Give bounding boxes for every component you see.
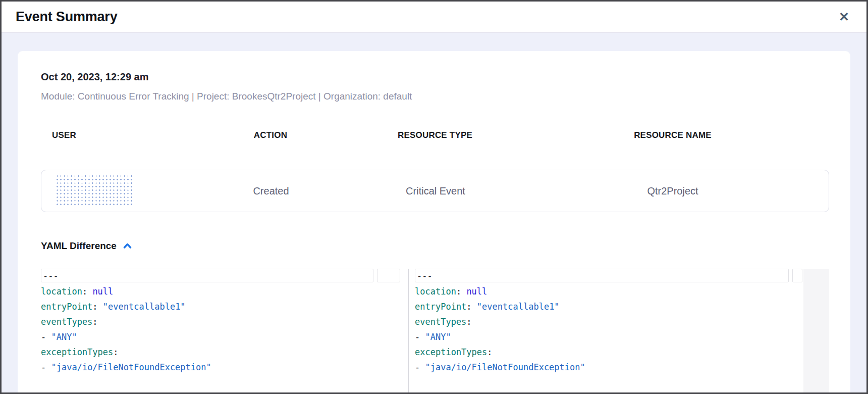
yaml-code-line: - "ANY" xyxy=(415,329,802,344)
yaml-code-line: entryPoint: "eventcallable1" xyxy=(415,299,802,314)
audit-table-header: USER ACTION RESOURCE TYPE RESOURCE NAME xyxy=(41,130,829,140)
yaml-panel-left[interactable]: --- location: nullentryPoint: "eventcall… xyxy=(41,269,400,392)
yaml-code-line: eventTypes: xyxy=(41,314,400,329)
user-cell xyxy=(41,174,188,208)
event-meta-line: Module: Continuous Error Tracking | Proj… xyxy=(41,91,829,102)
resource-type-cell: Critical Event xyxy=(354,185,517,197)
panel-divider xyxy=(408,269,409,392)
yaml-code-line: - "ANY" xyxy=(41,329,400,344)
vertical-scrollbar-track[interactable] xyxy=(803,269,829,392)
redacted-user-avatar xyxy=(56,174,132,206)
yaml-code-line: exceptionTypes: xyxy=(41,344,400,360)
event-summary-modal: Event Summary ✕ Oct 20, 2023, 12:29 am M… xyxy=(0,0,868,394)
chevron-up-icon[interactable] xyxy=(123,242,132,250)
column-header-action: ACTION xyxy=(187,130,354,140)
yaml-left-first-line-row: --- xyxy=(41,269,400,282)
yaml-code-line: entryPoint: "eventcallable1" xyxy=(41,299,400,314)
yaml-right-first-line: --- xyxy=(415,269,789,282)
action-cell: Created xyxy=(188,185,354,197)
event-card: Oct 20, 2023, 12:29 am Module: Continuou… xyxy=(18,51,850,392)
yaml-code-line: location: null xyxy=(41,284,400,299)
yaml-diff-viewer: --- location: nullentryPoint: "eventcall… xyxy=(41,269,829,392)
yaml-right-code: location: nullentryPoint: "eventcallable… xyxy=(415,284,802,392)
yaml-left-code: location: nullentryPoint: "eventcallable… xyxy=(41,284,400,392)
column-header-user: USER xyxy=(41,130,187,140)
column-header-resource-name: RESOURCE NAME xyxy=(516,130,829,140)
yaml-code-line: - "java/io/FileNotFoundException" xyxy=(415,360,802,375)
yaml-code-line: - "java/io/FileNotFoundException" xyxy=(41,360,400,375)
page-title: Event Summary xyxy=(16,9,117,25)
close-icon[interactable]: ✕ xyxy=(837,9,851,25)
modal-header: Event Summary ✕ xyxy=(2,2,866,33)
yaml-code-line: exceptionTypes: xyxy=(415,344,802,360)
yaml-code-line: location: null xyxy=(415,284,802,299)
yaml-panel-right-wrap: --- location: nullentryPoint: "eventcall… xyxy=(415,269,829,392)
yaml-panel-right[interactable]: --- location: nullentryPoint: "eventcall… xyxy=(415,269,802,392)
yaml-left-first-line-end xyxy=(377,269,400,282)
yaml-right-first-line-end xyxy=(792,269,802,282)
resource-name-cell: Qtr2Project xyxy=(517,185,829,197)
yaml-right-first-line-row: --- xyxy=(415,269,802,282)
column-header-resource-type: RESOURCE TYPE xyxy=(354,130,516,140)
table-row: Created Critical Event Qtr2Project xyxy=(41,170,829,212)
modal-body: Oct 20, 2023, 12:29 am Module: Continuou… xyxy=(2,33,866,392)
yaml-difference-label: YAML Difference xyxy=(41,240,117,252)
yaml-difference-toggle[interactable]: YAML Difference xyxy=(41,240,132,252)
yaml-left-first-line: --- xyxy=(41,269,373,282)
event-timestamp: Oct 20, 2023, 12:29 am xyxy=(41,71,829,83)
yaml-code-line: eventTypes: xyxy=(415,314,802,329)
